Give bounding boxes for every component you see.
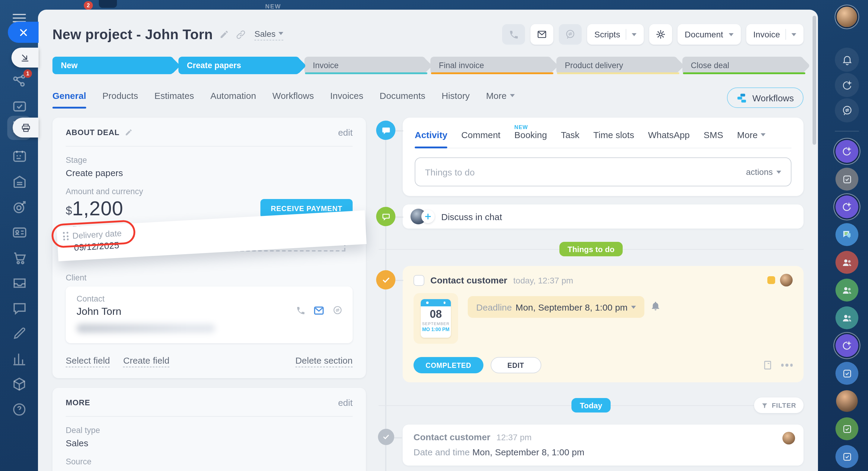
edit-task-button[interactable]: EDIT bbox=[491, 357, 541, 373]
tab-activity[interactable]: Activity bbox=[415, 130, 447, 148]
live-chat-button[interactable] bbox=[559, 24, 582, 45]
tab-time-slots[interactable]: Time slots bbox=[593, 130, 634, 148]
tab-general[interactable]: General bbox=[53, 90, 86, 109]
user-avatar[interactable] bbox=[837, 7, 857, 27]
print-overlay-button[interactable] bbox=[13, 118, 38, 138]
tab-automation[interactable]: Automation bbox=[210, 90, 256, 109]
note-icon[interactable] bbox=[762, 360, 772, 370]
pinned-chat[interactable] bbox=[835, 278, 858, 301]
pencil-icon bbox=[125, 128, 133, 136]
stage-create-papers[interactable]: Create papers bbox=[179, 57, 300, 74]
tab-more[interactable]: More bbox=[486, 90, 515, 109]
edit-title-button[interactable] bbox=[219, 30, 229, 39]
sidebar-item-inbox[interactable] bbox=[0, 275, 38, 291]
pinned-chat[interactable] bbox=[835, 168, 858, 190]
pinned-chat-avatar[interactable] bbox=[836, 390, 858, 412]
tab-comment[interactable]: Comment bbox=[461, 130, 500, 148]
pinned-chat[interactable] bbox=[835, 334, 858, 357]
sidebar-item-storage[interactable] bbox=[0, 174, 38, 190]
invoice-button[interactable]: Invoice bbox=[746, 24, 804, 45]
about-edit-link[interactable]: edit bbox=[338, 127, 352, 138]
pinned-chat[interactable] bbox=[835, 306, 858, 329]
more-edit-link[interactable]: edit bbox=[338, 398, 352, 408]
actions-dropdown[interactable]: actions bbox=[746, 167, 781, 177]
tab-sms[interactable]: SMS bbox=[704, 130, 723, 148]
task-title[interactable]: Contact customer bbox=[430, 275, 507, 285]
task-checkbox[interactable] bbox=[413, 275, 424, 286]
discuss-in-chat-row[interactable]: Discuss in chat bbox=[403, 204, 804, 229]
rename-section-button[interactable] bbox=[125, 128, 133, 136]
notifications-button[interactable] bbox=[835, 48, 859, 72]
add-participant-button[interactable] bbox=[421, 210, 435, 223]
document-button[interactable]: Document bbox=[678, 24, 741, 45]
email-button[interactable] bbox=[530, 24, 553, 45]
select-field-link[interactable]: Select field bbox=[66, 355, 110, 367]
stage-close-deal[interactable]: Close deal bbox=[682, 57, 804, 74]
pinned-chat[interactable] bbox=[835, 251, 858, 274]
collapse-overlay-button[interactable] bbox=[11, 48, 38, 67]
tab-booking[interactable]: NEW Booking bbox=[514, 130, 547, 148]
email-contact-button[interactable] bbox=[313, 304, 325, 317]
sidebar-item-products[interactable] bbox=[0, 376, 38, 392]
chat-contact-button[interactable] bbox=[332, 305, 343, 316]
sidebar-item-help[interactable] bbox=[0, 402, 38, 417]
sidebar-item-notes[interactable] bbox=[0, 326, 38, 341]
more-options-icon[interactable] bbox=[781, 364, 793, 367]
task-board-icon bbox=[842, 368, 852, 378]
page-title: New project - John Torn bbox=[53, 26, 213, 42]
tab-workflows[interactable]: Workflows bbox=[273, 90, 314, 109]
chat-icon bbox=[11, 300, 27, 317]
sidebar-item-tasks[interactable] bbox=[0, 98, 38, 115]
call-button[interactable] bbox=[502, 24, 525, 45]
id-card-icon bbox=[11, 224, 27, 241]
activity-log-entry[interactable]: Contact customer 12:37 pm Date and time … bbox=[403, 424, 804, 466]
task-board-icon bbox=[842, 451, 852, 462]
messenger-button[interactable] bbox=[835, 98, 859, 122]
todo-input[interactable] bbox=[425, 167, 746, 177]
tab-estimates[interactable]: Estimates bbox=[154, 90, 194, 109]
copy-link-button[interactable] bbox=[236, 29, 246, 39]
workflows-button[interactable]: Workflows bbox=[727, 87, 804, 108]
pinned-chat[interactable] bbox=[835, 223, 858, 246]
tab-invoices[interactable]: Invoices bbox=[330, 90, 363, 109]
deadline-dropdown[interactable]: Deadline Mon, September 8, 1:00 pm bbox=[468, 296, 644, 318]
vertical-scrollbar[interactable] bbox=[812, 16, 816, 145]
close-button[interactable] bbox=[8, 22, 38, 43]
sidebar-item-calendar[interactable] bbox=[0, 148, 38, 165]
tab-history[interactable]: History bbox=[441, 90, 470, 109]
sidebar-item-reports[interactable] bbox=[0, 351, 38, 367]
scripts-button[interactable]: Scripts bbox=[587, 24, 644, 45]
source-label: Source bbox=[66, 457, 352, 466]
pencil-icon bbox=[219, 30, 229, 39]
pipeline-selector[interactable]: Sales bbox=[254, 29, 283, 40]
stage-new[interactable]: New bbox=[53, 57, 174, 74]
sidebar-item-chat[interactable] bbox=[0, 300, 38, 317]
pinned-chat[interactable] bbox=[835, 445, 858, 468]
tab-documents[interactable]: Documents bbox=[380, 90, 426, 109]
stage-final-invoice[interactable]: Final invoice bbox=[430, 57, 552, 74]
tab-task[interactable]: Task bbox=[561, 130, 580, 148]
sidebar-item-contacts[interactable] bbox=[0, 224, 38, 241]
contact-card[interactable]: Contact John Torn bbox=[66, 287, 352, 343]
tab-products[interactable]: Products bbox=[102, 90, 138, 109]
settings-button[interactable] bbox=[649, 24, 672, 45]
reminder-bell-icon[interactable] bbox=[650, 301, 661, 344]
tab-activity-more[interactable]: More bbox=[737, 130, 766, 148]
pinned-chat[interactable] bbox=[835, 140, 858, 163]
sidebar-item-goals[interactable] bbox=[0, 199, 38, 215]
pinned-chat[interactable] bbox=[835, 417, 858, 440]
sidebar-item-crm[interactable]: 1 bbox=[0, 72, 38, 89]
sidebar-item-sales[interactable] bbox=[0, 250, 38, 266]
pinned-chat[interactable] bbox=[835, 362, 858, 385]
completed-button[interactable]: COMPLETED bbox=[413, 357, 484, 373]
delete-section-link[interactable]: Delete section bbox=[296, 355, 352, 367]
tab-whatsapp[interactable]: WhatsApp bbox=[648, 130, 689, 148]
pinned-chat[interactable] bbox=[835, 196, 858, 218]
copilot-button[interactable] bbox=[835, 73, 859, 97]
filter-button[interactable]: FILTER bbox=[754, 398, 804, 413]
create-field-link[interactable]: Create field bbox=[123, 355, 169, 367]
call-contact-button[interactable] bbox=[296, 306, 306, 316]
task-color-tag[interactable] bbox=[767, 276, 775, 284]
stage-product-delivery[interactable]: Product delivery bbox=[556, 57, 678, 74]
stage-invoice[interactable]: Invoice bbox=[304, 57, 426, 74]
